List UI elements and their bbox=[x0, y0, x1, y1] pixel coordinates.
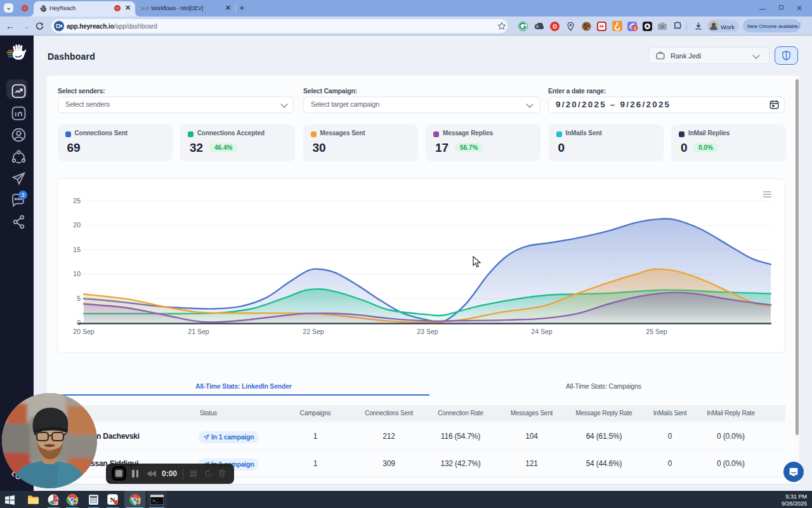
svg-text:20: 20 bbox=[73, 221, 81, 229]
svg-text:0: 0 bbox=[77, 319, 81, 326]
svg-text:5: 5 bbox=[77, 295, 81, 302]
svg-text:21 Sep: 21 Sep bbox=[188, 328, 209, 335]
svg-text:15: 15 bbox=[73, 246, 81, 253]
svg-text:18: 18 bbox=[53, 501, 58, 505]
svg-text:24 Sep: 24 Sep bbox=[531, 328, 552, 335]
svg-text:23 Sep: 23 Sep bbox=[417, 328, 438, 335]
svg-text:25: 25 bbox=[73, 197, 81, 204]
svg-text:>_: >_ bbox=[152, 498, 159, 504]
svg-text:25 Sep: 25 Sep bbox=[646, 328, 667, 335]
svg-text:10: 10 bbox=[73, 270, 81, 277]
svg-text:20 Sep: 20 Sep bbox=[73, 328, 94, 335]
svg-text:22 Sep: 22 Sep bbox=[303, 328, 324, 335]
